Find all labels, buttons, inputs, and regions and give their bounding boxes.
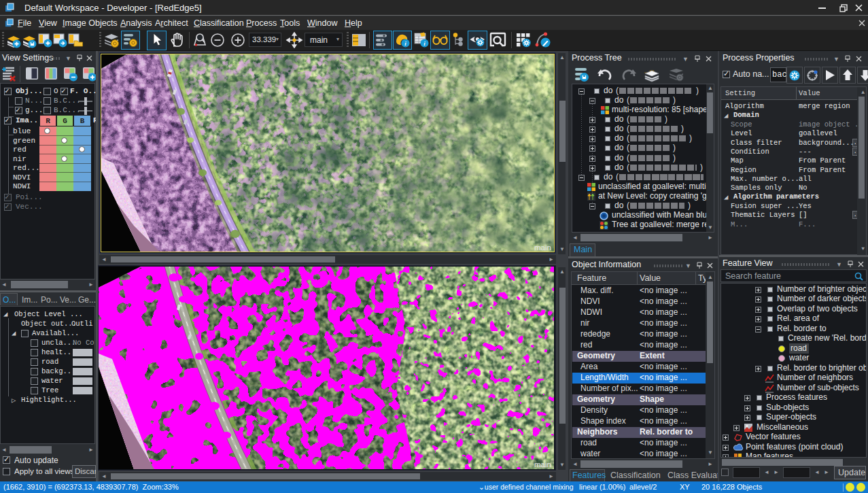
svg-text:main: main	[534, 243, 551, 252]
svg-text:main: main	[534, 460, 551, 469]
